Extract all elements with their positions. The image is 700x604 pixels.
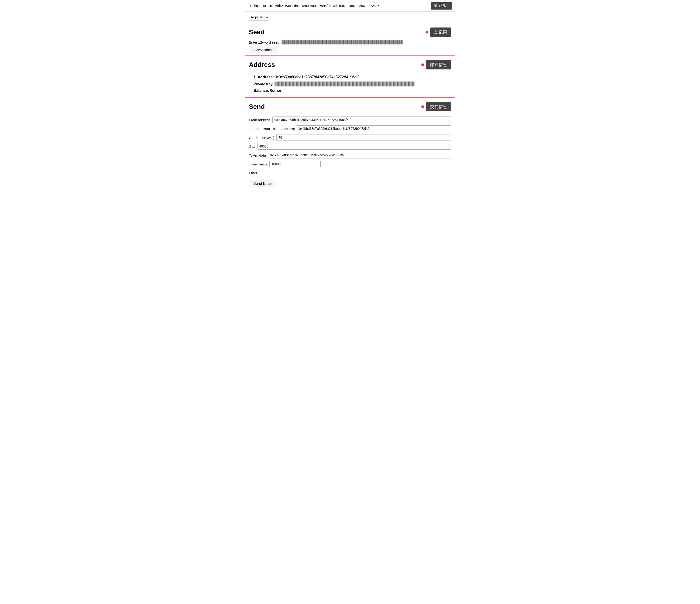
txn-hash-value: 0xc2c906fd6606388cda1918a0c5901a6995f9b1…: [263, 4, 379, 8]
seed-red-dot: [425, 31, 428, 33]
send-ether-button[interactable]: Send Ether: [249, 180, 276, 187]
token-value-row: Token value: [249, 161, 451, 167]
network-bar: Ropsten Mainnet Kovan Rinkeby: [245, 11, 455, 23]
token-value-input[interactable]: [269, 161, 321, 167]
txn-hash: Txn hash: 0xc2c906fd6606388cda1918a0c590…: [248, 4, 428, 8]
gas-price-label: Gas Price(Gwei): [249, 135, 275, 140]
address-section: Address 账户信息 1. Address: 0x9ca53a80ebd1d…: [245, 56, 455, 98]
address-badge-area: 账户信息: [421, 60, 451, 70]
txn-hash-label: Txn hash:: [248, 4, 262, 8]
gas-price-row: Gas Price(Gwei): [249, 134, 451, 141]
send-badge: 交易信息: [426, 102, 451, 111]
ether-row: Ether: [249, 170, 451, 176]
token-data-label: Token data: [249, 153, 266, 157]
to-address-input[interactable]: [297, 125, 451, 132]
send-red-dot: [421, 105, 424, 108]
address-field-value: 0x9ca53a80ebd1d28b78f43a50e74e527284196a…: [275, 75, 359, 79]
seed-section: Seed 助记词 Enter 12-word seed Show Address: [245, 23, 455, 56]
to-address-label: To address(or Token address): [249, 127, 295, 131]
seed-row: Enter 12-word seed: [249, 40, 451, 44]
ether-label: Ether: [249, 171, 257, 175]
gas-label: Gas: [249, 145, 255, 148]
gas-price-input[interactable]: [276, 134, 451, 141]
balance-line: Balance: 0ether: [253, 89, 451, 93]
seed-input-label: Enter 12-word seed: [249, 40, 279, 44]
address-badge: 账户信息: [426, 60, 451, 70]
network-select[interactable]: Ropsten Mainnet Kovan Rinkeby: [248, 14, 269, 21]
token-data-input[interactable]: [268, 152, 451, 158]
seed-title: Seed: [249, 28, 265, 36]
show-address-button[interactable]: Show Address: [249, 47, 277, 53]
gas-row: Gas: [249, 143, 451, 150]
send-form: From address To address(or Token address…: [249, 115, 451, 189]
to-address-row: To address(or Token address): [249, 125, 451, 132]
balance-label: Balance:: [253, 89, 269, 93]
txn-bar: Txn hash: 0xc2c906fd6606388cda1918a0c590…: [245, 0, 455, 11]
address-line: 1. Address: 0x9ca53a80ebd1d28b78f43a50e7…: [253, 75, 451, 79]
address-number: 1.: [253, 75, 256, 79]
seed-badge: 助记词: [430, 27, 451, 37]
gas-input[interactable]: [257, 143, 451, 150]
token-value-label: Token value: [249, 162, 268, 166]
send-title: Send: [249, 103, 265, 110]
txn-tooltip-badge: 提示信息: [431, 2, 452, 9]
address-entry: 1. Address: 0x9ca53a80ebd1d28b78f43a50e7…: [249, 73, 451, 95]
private-key-line: Private Key.: [253, 81, 451, 86]
address-field-label: Address:: [258, 75, 274, 79]
address-red-dot: [421, 64, 424, 66]
from-address-row: From address: [249, 117, 451, 123]
send-badge-area: 交易信息: [421, 102, 451, 111]
send-button-row: Send Ether: [249, 178, 451, 187]
from-address-label: From address: [249, 118, 271, 122]
balance-value: 0ether: [270, 89, 281, 93]
seed-blurred: [282, 40, 403, 44]
send-section: Send 交易信息 From address To address(or Tok…: [245, 98, 455, 192]
private-key-blurred: [275, 81, 415, 86]
seed-badge-area: 助记词: [425, 27, 451, 37]
private-key-label: Private Key.: [253, 82, 273, 86]
token-data-row: Token data: [249, 152, 451, 158]
ether-input[interactable]: [259, 170, 310, 176]
address-title: Address: [249, 61, 275, 69]
from-address-input[interactable]: [272, 117, 451, 123]
